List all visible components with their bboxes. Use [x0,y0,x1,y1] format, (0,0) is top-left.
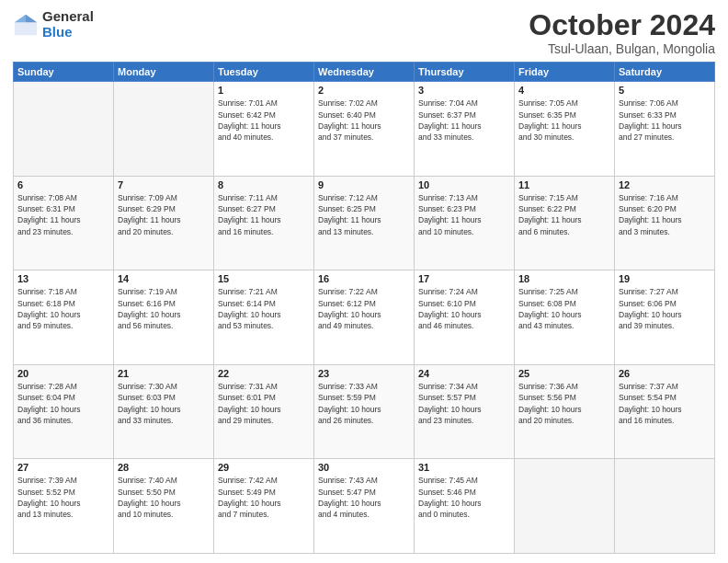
day-info: Sunrise: 7:08 AM Sunset: 6:31 PM Dayligh… [17,192,109,237]
day-info: Sunrise: 7:27 AM Sunset: 6:06 PM Dayligh… [619,286,711,331]
week-row-2: 6Sunrise: 7:08 AM Sunset: 6:31 PM Daylig… [14,176,715,270]
day-info: Sunrise: 7:42 AM Sunset: 5:49 PM Dayligh… [218,475,310,520]
calendar-cell: 25Sunrise: 7:36 AM Sunset: 5:56 PM Dayli… [515,364,615,459]
day-info: Sunrise: 7:05 AM Sunset: 6:35 PM Dayligh… [518,98,610,143]
calendar-cell: 26Sunrise: 7:37 AM Sunset: 5:54 PM Dayli… [615,364,715,459]
month-title: October 2024 [529,9,715,41]
calendar-cell: 1Sunrise: 7:01 AM Sunset: 6:42 PM Daylig… [214,82,314,177]
day-info: Sunrise: 7:15 AM Sunset: 6:22 PM Dayligh… [518,192,610,237]
logo-text: General Blue [42,9,94,40]
day-info: Sunrise: 7:02 AM Sunset: 6:40 PM Dayligh… [318,98,410,143]
calendar-cell: 13Sunrise: 7:18 AM Sunset: 6:18 PM Dayli… [14,270,114,365]
day-info: Sunrise: 7:01 AM Sunset: 6:42 PM Dayligh… [218,98,310,143]
week-row-5: 27Sunrise: 7:39 AM Sunset: 5:52 PM Dayli… [14,459,715,554]
day-info: Sunrise: 7:06 AM Sunset: 6:33 PM Dayligh… [619,98,711,143]
svg-marker-1 [26,14,37,21]
calendar-cell [114,82,214,177]
calendar-cell: 11Sunrise: 7:15 AM Sunset: 6:22 PM Dayli… [515,176,615,270]
calendar-cell: 14Sunrise: 7:19 AM Sunset: 6:16 PM Dayli… [114,270,214,365]
day-info: Sunrise: 7:12 AM Sunset: 6:25 PM Dayligh… [318,192,410,237]
day-info: Sunrise: 7:43 AM Sunset: 5:47 PM Dayligh… [318,475,410,520]
calendar-cell: 10Sunrise: 7:13 AM Sunset: 6:23 PM Dayli… [415,176,515,270]
calendar-cell [615,459,715,554]
day-number: 11 [518,179,610,190]
calendar-cell [14,82,114,177]
day-info: Sunrise: 7:19 AM Sunset: 6:16 PM Dayligh… [118,286,210,331]
weekday-header-saturday: Saturday [615,63,715,82]
day-info: Sunrise: 7:28 AM Sunset: 6:04 PM Dayligh… [17,381,109,426]
day-info: Sunrise: 7:04 AM Sunset: 6:37 PM Dayligh… [418,98,510,143]
day-number: 20 [17,368,109,379]
calendar-cell: 29Sunrise: 7:42 AM Sunset: 5:49 PM Dayli… [214,459,314,554]
logo-blue-text: Blue [42,25,94,40]
calendar-cell: 2Sunrise: 7:02 AM Sunset: 6:40 PM Daylig… [314,82,415,177]
day-number: 12 [619,179,711,190]
day-info: Sunrise: 7:22 AM Sunset: 6:12 PM Dayligh… [318,286,410,331]
day-number: 6 [17,179,109,190]
logo: General Blue [13,9,94,40]
calendar-cell: 6Sunrise: 7:08 AM Sunset: 6:31 PM Daylig… [14,176,114,270]
day-number: 3 [418,85,510,96]
calendar-cell: 20Sunrise: 7:28 AM Sunset: 6:04 PM Dayli… [14,364,114,459]
day-info: Sunrise: 7:34 AM Sunset: 5:57 PM Dayligh… [418,381,510,426]
day-info: Sunrise: 7:30 AM Sunset: 6:03 PM Dayligh… [118,381,210,426]
calendar-cell: 16Sunrise: 7:22 AM Sunset: 6:12 PM Dayli… [314,270,415,365]
day-number: 21 [118,368,210,379]
day-number: 5 [619,85,711,96]
weekday-header-thursday: Thursday [415,63,515,82]
day-number: 19 [619,273,711,284]
week-row-4: 20Sunrise: 7:28 AM Sunset: 6:04 PM Dayli… [14,364,715,459]
day-number: 4 [518,85,610,96]
day-info: Sunrise: 7:13 AM Sunset: 6:23 PM Dayligh… [418,192,510,237]
weekday-header-row: SundayMondayTuesdayWednesdayThursdayFrid… [14,63,715,82]
day-number: 23 [318,368,410,379]
calendar-cell: 24Sunrise: 7:34 AM Sunset: 5:57 PM Dayli… [415,364,515,459]
day-number: 10 [418,179,510,190]
logo-general-text: General [42,9,94,25]
calendar-table: SundayMondayTuesdayWednesdayThursdayFrid… [13,62,715,554]
day-number: 2 [318,85,410,96]
day-info: Sunrise: 7:21 AM Sunset: 6:14 PM Dayligh… [218,286,310,331]
calendar-cell: 8Sunrise: 7:11 AM Sunset: 6:27 PM Daylig… [214,176,314,270]
day-number: 22 [218,368,310,379]
day-info: Sunrise: 7:09 AM Sunset: 6:29 PM Dayligh… [118,192,210,237]
calendar-cell: 21Sunrise: 7:30 AM Sunset: 6:03 PM Dayli… [114,364,214,459]
day-number: 25 [518,368,610,379]
day-number: 15 [218,273,310,284]
day-info: Sunrise: 7:33 AM Sunset: 5:59 PM Dayligh… [318,381,410,426]
day-info: Sunrise: 7:25 AM Sunset: 6:08 PM Dayligh… [518,286,610,331]
calendar-cell: 30Sunrise: 7:43 AM Sunset: 5:47 PM Dayli… [314,459,415,554]
calendar-cell: 19Sunrise: 7:27 AM Sunset: 6:06 PM Dayli… [615,270,715,365]
calendar-cell: 5Sunrise: 7:06 AM Sunset: 6:33 PM Daylig… [615,82,715,177]
day-info: Sunrise: 7:45 AM Sunset: 5:46 PM Dayligh… [418,475,510,520]
day-number: 7 [118,179,210,190]
day-info: Sunrise: 7:40 AM Sunset: 5:50 PM Dayligh… [118,475,210,520]
day-number: 13 [17,273,109,284]
day-number: 29 [218,462,310,473]
day-info: Sunrise: 7:16 AM Sunset: 6:20 PM Dayligh… [619,192,711,237]
day-info: Sunrise: 7:31 AM Sunset: 6:01 PM Dayligh… [218,381,310,426]
day-number: 16 [318,273,410,284]
day-number: 9 [318,179,410,190]
calendar-cell: 17Sunrise: 7:24 AM Sunset: 6:10 PM Dayli… [415,270,515,365]
week-row-3: 13Sunrise: 7:18 AM Sunset: 6:18 PM Dayli… [14,270,715,365]
calendar-cell: 28Sunrise: 7:40 AM Sunset: 5:50 PM Dayli… [114,459,214,554]
logo-icon [13,12,39,38]
weekday-header-tuesday: Tuesday [214,63,314,82]
day-number: 24 [418,368,510,379]
week-row-1: 1Sunrise: 7:01 AM Sunset: 6:42 PM Daylig… [14,82,715,177]
day-number: 27 [17,462,109,473]
day-info: Sunrise: 7:11 AM Sunset: 6:27 PM Dayligh… [218,192,310,237]
day-number: 28 [118,462,210,473]
calendar-cell: 18Sunrise: 7:25 AM Sunset: 6:08 PM Dayli… [515,270,615,365]
day-number: 1 [218,85,310,96]
calendar-cell: 22Sunrise: 7:31 AM Sunset: 6:01 PM Dayli… [214,364,314,459]
day-number: 14 [118,273,210,284]
day-number: 31 [418,462,510,473]
day-info: Sunrise: 7:39 AM Sunset: 5:52 PM Dayligh… [17,475,109,520]
calendar-cell: 9Sunrise: 7:12 AM Sunset: 6:25 PM Daylig… [314,176,415,270]
weekday-header-friday: Friday [515,63,615,82]
day-number: 8 [218,179,310,190]
header: General Blue October 2024 Tsul-Ulaan, Bu… [13,9,715,56]
day-number: 26 [619,368,711,379]
